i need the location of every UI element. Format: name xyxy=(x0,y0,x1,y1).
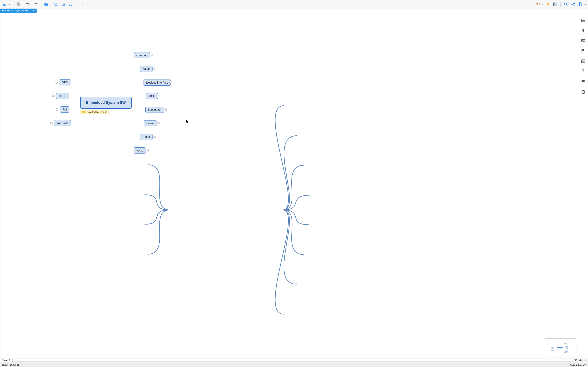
separator xyxy=(41,2,41,7)
node-mcu[interactable]: MCU xyxy=(146,93,158,99)
notes-icon[interactable] xyxy=(580,68,586,74)
task-icon[interactable] xyxy=(580,89,586,95)
presentation-caret[interactable]: ▾ xyxy=(542,3,544,5)
expander-icon[interactable] xyxy=(154,68,156,70)
svg-point-16 xyxy=(564,3,567,5)
svg-rect-15 xyxy=(554,5,555,5)
note-provided-by[interactable]: Provided by Freelin xyxy=(80,110,109,114)
svg-point-39 xyxy=(584,81,584,81)
node-center[interactable]: Embedded System SW xyxy=(80,97,132,109)
gantt-icon[interactable] xyxy=(552,1,558,8)
canvas[interactable]: Embedded System SW Provided by Freelin c… xyxy=(0,13,578,358)
svg-point-25 xyxy=(581,20,582,21)
comments-icon[interactable] xyxy=(580,79,586,84)
svg-rect-41 xyxy=(582,90,584,91)
minimap[interactable] xyxy=(545,338,576,356)
sheet-tab[interactable]: Sheet 1 xyxy=(0,358,12,362)
svg-line-21 xyxy=(572,3,574,4)
node-common[interactable]: common xyxy=(134,52,150,58)
expander-icon[interactable] xyxy=(157,122,160,124)
filter-icon[interactable] xyxy=(574,359,578,362)
expander-icon[interactable] xyxy=(169,81,172,83)
export-icon[interactable] xyxy=(577,1,584,8)
save-icon[interactable] xyxy=(15,1,21,8)
svg-point-30 xyxy=(582,40,583,41)
node-label: CI/CD xyxy=(59,94,67,98)
node-label: Devices interface xyxy=(146,81,168,84)
node-label: MCU xyxy=(149,94,155,98)
status-sheet-label: Sheet (Sheet 1) xyxy=(2,363,19,366)
node-ops[interactable]: OPS xyxy=(59,79,70,85)
expander-icon[interactable] xyxy=(151,54,153,57)
zoom-icon[interactable] xyxy=(563,1,569,8)
svg-point-2 xyxy=(64,4,65,5)
node-kernel[interactable]: kernel xyxy=(144,120,157,126)
node-label: soft skills xyxy=(57,122,68,125)
node-rootfs[interactable]: rootfs xyxy=(140,134,153,140)
expander-icon[interactable] xyxy=(56,108,58,111)
image-icon[interactable] xyxy=(580,38,586,44)
more-caret[interactable]: ▾ xyxy=(82,3,84,5)
open-caret[interactable]: ▾ xyxy=(50,3,52,5)
eye-icon[interactable] xyxy=(579,359,582,362)
node-devices-interface[interactable]: Devices interface xyxy=(144,80,171,86)
expander-icon[interactable] xyxy=(154,136,156,138)
svg-point-7 xyxy=(77,4,77,5)
node-label: bootloader xyxy=(148,108,162,111)
boundary-icon[interactable] xyxy=(60,1,67,8)
save-caret[interactable]: ▾ xyxy=(22,3,24,5)
summary-icon[interactable] xyxy=(67,1,74,8)
node-label: OPS xyxy=(62,81,68,84)
relationship-icon[interactable] xyxy=(53,1,59,8)
text-icon[interactable]: Aa xyxy=(580,58,586,64)
sheet-input[interactable] xyxy=(12,359,573,362)
node-bootloader[interactable]: bootloader xyxy=(145,107,164,113)
marker-icon[interactable] xyxy=(580,48,586,54)
outline-icon[interactable] xyxy=(580,17,586,23)
svg-text:Aa: Aa xyxy=(582,60,584,62)
undo-icon[interactable] xyxy=(25,1,31,8)
node-label: common xyxy=(136,54,147,57)
node-label: kernel xyxy=(146,122,154,125)
expander-icon[interactable] xyxy=(52,95,55,97)
node-editor[interactable]: editor xyxy=(140,66,153,72)
close-icon[interactable]: ✕ xyxy=(32,9,35,12)
home-caret[interactable]: ▾ xyxy=(9,3,11,5)
node-label: Embedded System SW xyxy=(86,100,126,105)
tab-title: Embedded System SW 2 xyxy=(2,9,31,12)
expander-icon[interactable] xyxy=(50,122,53,124)
expander-icon[interactable] xyxy=(164,108,167,111)
svg-rect-14 xyxy=(554,4,556,4)
svg-point-23 xyxy=(581,19,582,19)
status-bar: Sheet (Sheet 1) Auto Save: ON xyxy=(0,362,588,367)
svg-point-3 xyxy=(64,5,65,6)
tab-strip: Embedded System SW 2 ✕ xyxy=(0,8,588,13)
svg-point-38 xyxy=(583,81,583,81)
format-icon[interactable] xyxy=(580,28,586,33)
node-soft-skills[interactable]: soft skills xyxy=(54,120,71,126)
expander-icon[interactable] xyxy=(157,95,159,97)
export-caret[interactable]: ▾ xyxy=(584,3,586,5)
idea-icon[interactable] xyxy=(545,1,551,8)
node-pm[interactable]: PM xyxy=(60,106,69,113)
home-icon[interactable] xyxy=(2,1,8,8)
redo-icon[interactable] xyxy=(32,1,39,8)
document-tab[interactable]: Embedded System SW 2 ✕ xyxy=(0,8,36,13)
node-yocto[interactable]: yocto xyxy=(134,147,146,154)
open-file-icon[interactable] xyxy=(43,1,49,8)
expander-icon[interactable] xyxy=(55,81,58,83)
main-area: Embedded System SW Provided by Freelin c… xyxy=(0,13,588,358)
svg-rect-13 xyxy=(554,3,555,4)
autosave-label: Auto Save: ON xyxy=(570,363,586,366)
cursor-icon xyxy=(186,120,189,124)
svg-rect-0 xyxy=(17,4,19,6)
zoom-out-icon[interactable]: − xyxy=(584,359,587,362)
share-icon[interactable] xyxy=(570,1,577,8)
more-icon[interactable] xyxy=(75,1,81,8)
expander-icon[interactable] xyxy=(147,149,149,151)
presentation-icon[interactable] xyxy=(535,1,541,8)
svg-point-37 xyxy=(582,81,583,81)
node-cicd[interactable]: CI/CD xyxy=(56,93,69,99)
node-label: yocto xyxy=(136,149,143,152)
toolbar: ▾ ▾ ▾ ▾ ▾ xyxy=(0,0,588,8)
